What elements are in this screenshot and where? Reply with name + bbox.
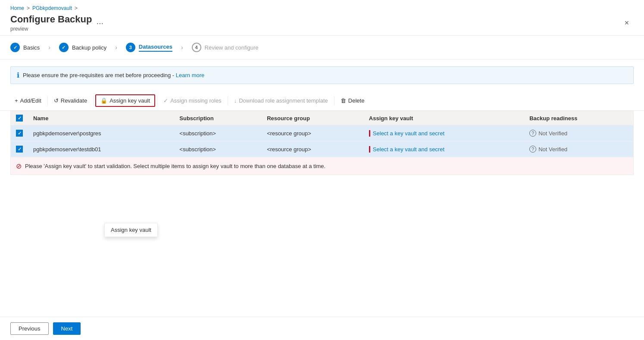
row1-question-icon: ? bbox=[529, 130, 536, 137]
step-review[interactable]: 4 Review and configure bbox=[185, 43, 266, 52]
revalidate-button[interactable]: ↺ Revalidate bbox=[50, 95, 91, 106]
col-checkbox: ✓ bbox=[11, 111, 28, 125]
step-policy-label: Backup policy bbox=[72, 44, 106, 51]
previous-button[interactable]: Previous bbox=[10, 322, 49, 335]
step-sep-2: › bbox=[113, 44, 119, 51]
info-icon: ℹ bbox=[17, 71, 19, 79]
delete-label: Delete bbox=[348, 97, 365, 104]
page-title: Configure Backup preview bbox=[10, 14, 92, 32]
row2-name: pgbkpdemoserver\testdb01 bbox=[28, 141, 174, 157]
row2-resource-group: <resource group> bbox=[262, 141, 364, 157]
main-content: ℹ Please ensure the pre-requisites are m… bbox=[0, 59, 644, 340]
steps-bar: ✓ Basics › ✓ Backup policy › 3 Datasourc… bbox=[0, 36, 644, 59]
row1-not-verified: ? Not Verified bbox=[529, 130, 628, 137]
step-sep-3: › bbox=[179, 44, 185, 51]
row2-checkbox[interactable]: ✓ bbox=[16, 146, 23, 153]
delete-icon: 🗑 bbox=[341, 97, 346, 104]
row2-question-icon: ? bbox=[529, 146, 536, 153]
breadcrumb-home[interactable]: Home bbox=[10, 5, 24, 11]
toolbar: + Add/Edit ↺ Revalidate 🔒 Assign key vau… bbox=[0, 91, 644, 111]
toolbar-sep-3 bbox=[157, 96, 157, 106]
assign-missing-roles-label: Assign missing roles bbox=[170, 97, 222, 104]
col-resource-group: Resource group bbox=[262, 111, 364, 125]
info-banner: ℹ Please ensure the pre-requisites are m… bbox=[10, 66, 634, 84]
toolbar-sep-1 bbox=[47, 96, 48, 106]
title-row: Configure Backup preview ··· × bbox=[10, 14, 634, 32]
assign-key-vault-tooltip: Assign key vault bbox=[104, 223, 158, 237]
add-edit-label: Add/Edit bbox=[20, 97, 41, 104]
check-icon: ✓ bbox=[163, 97, 168, 104]
breadcrumb-vault[interactable]: PGbkpdemovault bbox=[32, 5, 72, 11]
step-backup-policy[interactable]: ✓ Backup policy bbox=[52, 43, 113, 52]
add-edit-button[interactable]: + Add/Edit bbox=[10, 95, 46, 106]
assign-key-vault-label: Assign key vault bbox=[109, 97, 150, 104]
next-button[interactable]: Next bbox=[53, 322, 81, 335]
row2-key-vault-link[interactable]: Select a key vault and secret bbox=[369, 146, 444, 153]
col-backup-readiness: Backup readiness bbox=[524, 111, 633, 125]
error-icon: ⊘ bbox=[16, 162, 22, 170]
download-template-label: Download role assignment template bbox=[239, 97, 328, 104]
step-datasources-label: Datasources bbox=[139, 44, 172, 52]
col-name: Name bbox=[28, 111, 174, 125]
table-container: ✓ Name Subscription Resource group Assig… bbox=[10, 111, 634, 175]
row1-key-vault-link[interactable]: Select a key vault and secret bbox=[369, 130, 444, 137]
step-datasources[interactable]: 3 Datasources bbox=[119, 43, 179, 52]
row1-check: ✓ bbox=[18, 131, 22, 136]
delete-button[interactable]: 🗑 Delete bbox=[336, 95, 369, 106]
table-header-row: ✓ Name Subscription Resource group Assig… bbox=[11, 111, 633, 125]
toolbar-sep-5 bbox=[334, 96, 335, 106]
breadcrumb-sep2: > bbox=[75, 5, 78, 11]
table-row: ✓ pgbkpdemoserver\postgres <subscription… bbox=[11, 125, 633, 141]
step-policy-circle: ✓ bbox=[59, 43, 69, 52]
close-button[interactable]: × bbox=[620, 16, 634, 30]
breadcrumb-sep1: > bbox=[27, 5, 30, 11]
row2-subscription: <subscription> bbox=[174, 141, 262, 157]
step-review-circle: 4 bbox=[192, 43, 201, 52]
toolbar-sep-2 bbox=[93, 96, 94, 106]
step-basics-label: Basics bbox=[23, 44, 40, 51]
subtitle-text: preview bbox=[10, 26, 92, 32]
row1-subscription: <subscription> bbox=[174, 125, 262, 141]
assign-missing-roles-button[interactable]: ✓ Assign missing roles bbox=[159, 95, 226, 106]
row1-checkbox-cell: ✓ bbox=[11, 125, 28, 141]
select-all-checkbox[interactable]: ✓ bbox=[16, 115, 23, 122]
table-row: ✓ pgbkpdemoserver\testdb01 <subscription… bbox=[11, 141, 633, 157]
download-icon: ↓ bbox=[234, 97, 237, 104]
row2-backup-readiness: ? Not Verified bbox=[524, 141, 633, 157]
more-options-button[interactable]: ··· bbox=[96, 18, 103, 28]
row1-backup-readiness: ? Not Verified bbox=[524, 125, 633, 141]
revalidate-label: Revalidate bbox=[61, 97, 87, 104]
row2-not-verified: ? Not Verified bbox=[529, 146, 628, 153]
row2-checkbox-cell: ✓ bbox=[11, 141, 28, 157]
error-text: Please 'Assign key vault' to start valid… bbox=[25, 163, 325, 169]
info-text: Please ensure the pre-requisites are met… bbox=[23, 72, 204, 78]
error-banner: ⊘ Please 'Assign key vault' to start val… bbox=[11, 157, 633, 175]
col-assign-key-vault: Assign key vault bbox=[364, 111, 524, 125]
step-basics-circle: ✓ bbox=[10, 43, 20, 52]
add-icon: + bbox=[15, 97, 18, 104]
row2-assign-key-vault: Select a key vault and secret bbox=[364, 141, 524, 157]
row1-resource-group: <resource group> bbox=[262, 125, 364, 141]
step-review-label: Review and configure bbox=[205, 44, 259, 51]
step-datasources-circle: 3 bbox=[126, 43, 135, 52]
col-subscription: Subscription bbox=[174, 111, 262, 125]
revalidate-icon: ↺ bbox=[54, 97, 59, 104]
datasources-table: ✓ Name Subscription Resource group Assig… bbox=[11, 111, 633, 157]
row2-check: ✓ bbox=[18, 147, 22, 152]
key-vault-icon: 🔒 bbox=[100, 97, 107, 104]
breadcrumb: Home > PGbkpdemovault > bbox=[10, 5, 634, 11]
header: Home > PGbkpdemovault > Configure Backup… bbox=[0, 0, 644, 36]
assign-key-vault-button[interactable]: 🔒 Assign key vault bbox=[95, 94, 155, 107]
page-container: Home > PGbkpdemovault > Configure Backup… bbox=[0, 0, 644, 340]
toolbar-sep-4 bbox=[228, 96, 228, 106]
footer: Previous Next bbox=[0, 317, 644, 340]
select-all-check: ✓ bbox=[18, 115, 22, 121]
row1-name: pgbkpdemoserver\postgres bbox=[28, 125, 174, 141]
step-sep-1: › bbox=[47, 44, 52, 51]
row1-checkbox[interactable]: ✓ bbox=[16, 130, 23, 137]
step-basics[interactable]: ✓ Basics bbox=[10, 43, 47, 52]
title-text: Configure Backup bbox=[10, 14, 92, 25]
row1-assign-key-vault: Select a key vault and secret bbox=[364, 125, 524, 141]
download-template-button[interactable]: ↓ Download role assignment template bbox=[230, 95, 332, 106]
learn-more-link[interactable]: Learn more bbox=[176, 72, 204, 78]
